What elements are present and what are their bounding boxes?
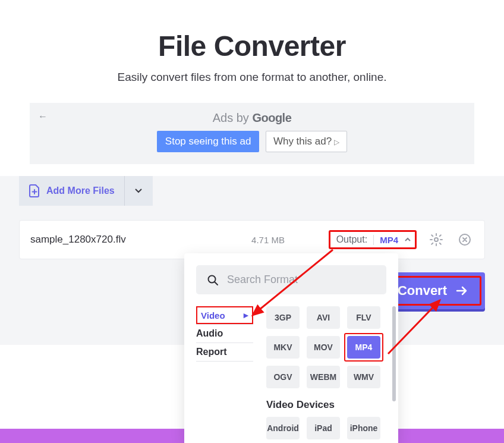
stop-ad-button[interactable]: Stop seeing this ad [157, 131, 260, 152]
file-size: 4.71 MB [232, 235, 304, 245]
search-icon [207, 274, 219, 286]
gear-icon [429, 233, 443, 247]
device-android[interactable]: Android [266, 417, 300, 439]
device-grid: AndroidiPadiPhone [266, 417, 386, 439]
format-search-input[interactable] [227, 274, 376, 286]
arrow-right-icon [455, 284, 468, 297]
format-wmv[interactable]: WMV [347, 366, 380, 388]
device-iphone[interactable]: iPhone [347, 417, 380, 439]
format-grid: 3GPAVIFLVMKVMOVMP4OGVWEBMWMV [266, 306, 386, 388]
why-ad-button[interactable]: Why this ad?▷ [266, 131, 347, 152]
format-mov[interactable]: MOV [307, 336, 340, 359]
add-more-files-button[interactable]: Add More Files [19, 176, 124, 206]
format-mkv[interactable]: MKV [266, 336, 300, 359]
category-audio[interactable]: Audio [196, 325, 253, 343]
category-list: Video ▸ Audio Report [196, 306, 253, 439]
play-icon: ▷ [334, 138, 339, 146]
format-dropdown: Video ▸ Audio Report 3GPAVIFLVMKVMOVMP4O… [184, 253, 398, 443]
file-name: sample_1280x720.flv [30, 234, 232, 246]
file-plus-icon [29, 184, 40, 197]
format-webm[interactable]: WEBM [307, 366, 340, 388]
output-format-select[interactable]: Output: MP4 [329, 230, 417, 249]
close-circle-icon [458, 233, 472, 247]
format-mp4[interactable]: MP4 [347, 336, 380, 359]
format-search[interactable] [196, 265, 386, 294]
format-flv[interactable]: FLV [347, 306, 380, 329]
output-value: MP4 [380, 235, 398, 245]
remove-file-button[interactable] [456, 231, 474, 249]
add-more-files-label: Add More Files [46, 186, 115, 196]
caret-right-icon: ▸ [244, 310, 248, 321]
back-arrow-icon[interactable]: ← [38, 111, 48, 122]
scrollbar[interactable] [392, 306, 396, 401]
format-3gp[interactable]: 3GP [266, 306, 300, 329]
convert-label: Convert [398, 283, 447, 299]
format-ogv[interactable]: OGV [266, 366, 300, 388]
page-subtitle: Easily convert files from one format to … [0, 71, 504, 84]
category-video[interactable]: Video ▸ [196, 306, 253, 324]
svg-point-2 [209, 275, 216, 282]
chevron-up-icon [404, 236, 411, 243]
ad-banner: ← Ads by Google Stop seeing this ad Why … [30, 103, 474, 164]
settings-button[interactable] [427, 231, 445, 249]
ad-attribution: Ads by Google [38, 111, 466, 125]
devices-heading: Video Devices [266, 399, 386, 411]
format-avi[interactable]: AVI [307, 306, 340, 329]
page-title: File Converter [0, 30, 504, 62]
add-more-files-dropdown[interactable] [124, 176, 153, 206]
svg-point-0 [434, 238, 438, 241]
category-report[interactable]: Report [196, 343, 253, 362]
output-label: Output: [336, 234, 367, 245]
device-ipad[interactable]: iPad [307, 417, 340, 439]
chevron-down-icon [134, 187, 143, 195]
